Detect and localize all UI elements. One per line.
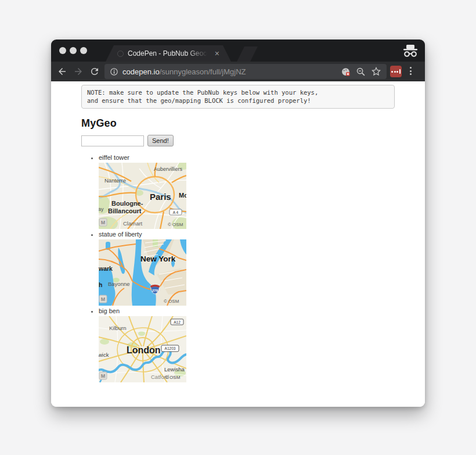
map-logo: M bbox=[99, 218, 107, 226]
map-label: wark bbox=[99, 265, 113, 272]
result-label: big ben bbox=[99, 307, 425, 315]
map-attribution: © OSM bbox=[168, 222, 183, 227]
tab-title: CodePen - PubNub Geocoding bbox=[128, 49, 211, 58]
list-item: eiffel tower bbox=[99, 154, 425, 229]
svg-text:A12: A12 bbox=[174, 320, 181, 324]
map-label: Clamart bbox=[123, 220, 143, 227]
road-badge: A12 bbox=[171, 319, 183, 325]
map-label: Mor bbox=[179, 192, 186, 199]
window-close-button[interactable] bbox=[59, 47, 66, 54]
page-content: NOTE: make sure to update the PubNub key… bbox=[51, 81, 425, 407]
browser-window: CodePen - PubNub Geocoding × bbox=[51, 40, 425, 407]
map-label-city: Paris bbox=[150, 192, 171, 202]
url-path: /sunnygleason/full/jMgjNZ bbox=[160, 67, 246, 76]
browser-tab[interactable]: CodePen - PubNub Geocoding × bbox=[106, 45, 231, 62]
window-minimize-button[interactable] bbox=[70, 47, 77, 54]
result-label: statue of liberty bbox=[99, 231, 425, 238]
browser-menu-icon[interactable] bbox=[410, 67, 412, 75]
bookmark-star-icon[interactable] bbox=[371, 66, 381, 77]
map-label: Nanterre bbox=[104, 177, 126, 184]
tab-close-icon[interactable]: × bbox=[215, 49, 219, 58]
result-label: eiffel tower bbox=[99, 154, 425, 162]
map-label: Billancourt bbox=[108, 207, 142, 214]
map-attribution: © OSM bbox=[164, 299, 179, 304]
map-logo: M bbox=[99, 372, 107, 379]
note-line-1: NOTE: make sure to update the PubNub key… bbox=[87, 88, 389, 96]
page-info-icon[interactable] bbox=[110, 67, 118, 76]
svg-text:A1203: A1203 bbox=[165, 346, 176, 350]
map-image-new-york: 278 New York wark h Bayonne © OSM M bbox=[99, 239, 186, 306]
map-label: Boulogne- bbox=[111, 200, 143, 207]
map-label-city: London bbox=[127, 345, 161, 355]
back-button[interactable] bbox=[57, 66, 67, 77]
map-label-city: New York bbox=[140, 255, 176, 263]
map-logo: M bbox=[99, 295, 107, 303]
geocode-form: Send! bbox=[81, 135, 425, 146]
send-button[interactable]: Send! bbox=[147, 135, 174, 146]
svg-text:M: M bbox=[101, 296, 106, 302]
query-input[interactable] bbox=[81, 135, 144, 146]
map-attribution: © OSM bbox=[165, 375, 181, 380]
incognito-icon bbox=[402, 44, 419, 58]
toolbar: codepen.io/sunnygleason/full/jMgjNZ bbox=[51, 62, 425, 81]
list-item: statue of liberty bbox=[99, 231, 425, 306]
page-title: MyGeo bbox=[81, 117, 425, 130]
new-tab-button[interactable] bbox=[237, 46, 258, 62]
map-label: wick bbox=[99, 352, 109, 358]
map-label: ay bbox=[99, 206, 104, 212]
svg-text:A 4: A 4 bbox=[173, 210, 179, 214]
url-host: codepen.io bbox=[122, 67, 160, 76]
note-line-2: and ensure that the geo/mapping BLOCK is… bbox=[87, 96, 389, 105]
svg-text:M: M bbox=[101, 373, 106, 379]
reload-button[interactable] bbox=[89, 66, 100, 77]
svg-text:M: M bbox=[101, 220, 106, 225]
tab-favicon-icon bbox=[117, 51, 124, 57]
map-label: h bbox=[99, 281, 102, 288]
forward-button[interactable] bbox=[73, 66, 84, 77]
titlebar: CodePen - PubNub Geocoding × bbox=[51, 40, 425, 62]
map-label: Lewisha bbox=[164, 366, 185, 372]
svg-text:278: 278 bbox=[152, 289, 158, 292]
map-image-london: Kilburn London wick Lewisha Catford A12 … bbox=[99, 316, 186, 382]
results-list: eiffel tower bbox=[81, 154, 425, 382]
road-badge: A 4 bbox=[170, 209, 182, 215]
address-bar[interactable]: codepen.io/sunnygleason/full/jMgjNZ bbox=[104, 64, 387, 79]
url-text: codepen.io/sunnygleason/full/jMgjNZ bbox=[122, 67, 246, 76]
list-item: big ben bbox=[99, 307, 425, 382]
map-label: Bayonne bbox=[108, 281, 130, 287]
extension-icon[interactable] bbox=[390, 66, 402, 77]
note-box: NOTE: make sure to update the PubNub key… bbox=[81, 85, 395, 109]
blocked-content-icon[interactable] bbox=[341, 67, 351, 77]
zoom-out-icon[interactable] bbox=[356, 67, 366, 77]
window-zoom-button[interactable] bbox=[80, 47, 87, 54]
road-badge: A1203 bbox=[161, 345, 179, 352]
map-label: Kilburn bbox=[109, 325, 127, 331]
map-label: Aubervilliers bbox=[154, 166, 183, 172]
map-image-paris: Aubervilliers Nanterre Paris Mor Boulogn… bbox=[99, 163, 186, 229]
